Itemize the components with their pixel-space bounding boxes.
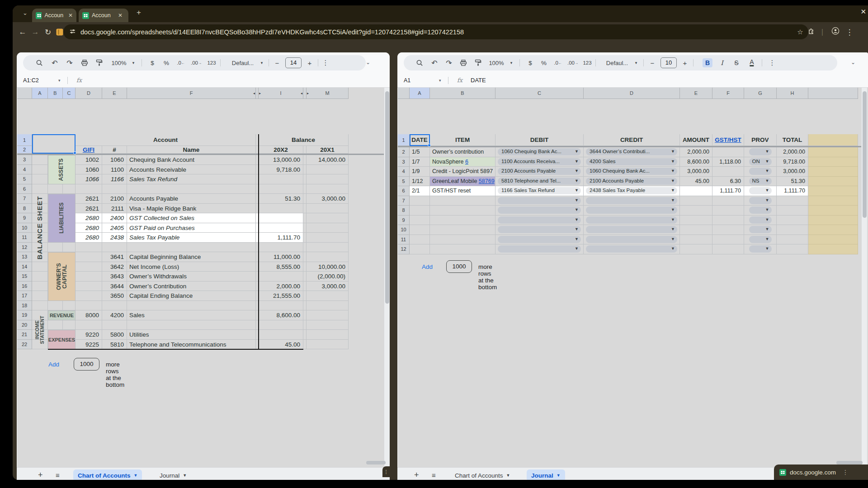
cell-20x1-value[interactable] (307, 213, 349, 223)
column-header-A[interactable]: A (32, 88, 48, 99)
cell-amount[interactable]: 8,600.00 (680, 157, 712, 167)
tan-column-cell[interactable] (808, 244, 858, 254)
format-percent-button[interactable]: % (541, 60, 547, 66)
cell-20x2-value[interactable] (259, 243, 303, 253)
cell-total[interactable]: 3,000.00 (777, 167, 808, 177)
row-header-19[interactable]: 19 (17, 310, 32, 320)
stub[interactable] (303, 204, 307, 214)
toolbar-more-icon[interactable]: ⋮ (322, 59, 329, 67)
all-sheets-icon[interactable]: ≡ (432, 468, 436, 480)
debit-dropdown[interactable]: 2100 Accounts Payable▼ (498, 168, 581, 175)
back-icon[interactable]: ← (19, 28, 27, 37)
cell-date[interactable] (410, 244, 430, 254)
row-header-22[interactable]: 22 (17, 340, 32, 350)
row-header-12[interactable]: 12 (17, 243, 32, 253)
cell-20x2-value[interactable] (259, 272, 303, 282)
reload-icon[interactable]: ↻ (45, 27, 51, 37)
row-header-7[interactable]: 7 (398, 196, 410, 206)
browser-tab-1[interactable]: Accoun ✕ (32, 9, 76, 22)
cell-20x1-value[interactable]: 14,000.00 (307, 155, 349, 165)
font-size-decrease-button[interactable]: − (275, 59, 279, 67)
cell-20x1-value[interactable]: 10,000.00 (307, 262, 349, 272)
tab-search-icon[interactable]: ⌄ (23, 9, 28, 16)
left-horizontal-scrollbar[interactable] (366, 461, 386, 465)
cell-total[interactable] (777, 235, 808, 245)
cell-account-name[interactable]: Sales Tax Payable (127, 233, 256, 243)
cell-20x2-value[interactable]: 8,600.00 (259, 310, 303, 320)
cell-account-name[interactable] (127, 320, 256, 330)
redo-icon[interactable]: ↷ (446, 59, 452, 67)
cell-account-number[interactable]: 3641 (102, 252, 127, 262)
cell-credit[interactable]: ▼ (584, 244, 680, 254)
cell-gst[interactable] (712, 196, 744, 206)
cell-debit[interactable]: 5810 Telephone and Tel...▼ (495, 177, 584, 187)
cell-20x1-value[interactable] (307, 223, 349, 233)
cell-debit[interactable]: 1100 Accounts Receiva...▼ (495, 157, 584, 167)
sheet-tab-journal[interactable]: Journal▼ (527, 469, 565, 480)
cell-credit[interactable]: 2100 Accounts Payable▼ (584, 177, 680, 187)
row-header-9[interactable]: 9 (17, 213, 32, 223)
header-name[interactable]: Name (127, 146, 256, 154)
cell-20x1-value[interactable] (307, 252, 349, 262)
cell-20x1-value[interactable]: 3,000.00 (307, 194, 349, 204)
fill-handle[interactable] (73, 151, 76, 155)
increase-decimals-button[interactable]: .00→ (191, 60, 202, 66)
cell-prov[interactable]: NS▼ (744, 177, 777, 187)
cell-20x2-value[interactable] (259, 330, 303, 340)
cell-gifi[interactable]: 1060 (75, 165, 102, 175)
paint-format-icon[interactable] (475, 60, 481, 66)
add-sheet-icon[interactable]: + (414, 468, 419, 480)
redo-icon[interactable]: ↷ (66, 59, 72, 67)
cell-20x1-value[interactable] (307, 310, 349, 320)
row-header-10[interactable]: 10 (398, 225, 410, 235)
cell-date[interactable] (410, 216, 430, 225)
stub[interactable] (303, 262, 307, 272)
stub[interactable] (303, 272, 307, 282)
cell-20x1-value[interactable]: (2,000.00) (307, 272, 349, 282)
bookmark-star-icon[interactable]: ☆ (797, 28, 803, 36)
cell-amount[interactable] (680, 206, 712, 216)
cell-item[interactable]: GreenLeaf Mobile 58769 (430, 177, 495, 187)
header-credit[interactable]: CREDIT (584, 134, 680, 146)
stub[interactable] (303, 330, 307, 340)
new-tab-button[interactable]: + (137, 8, 141, 17)
header-gsthst[interactable]: GST/HST (712, 134, 744, 146)
prov-dropdown[interactable]: ▼ (749, 187, 772, 194)
column-header-stub[interactable] (398, 88, 410, 99)
credit-dropdown[interactable]: 4200 Sales▼ (586, 158, 677, 165)
header-item[interactable]: ITEM (430, 134, 495, 146)
add-sheet-icon[interactable]: + (38, 468, 43, 480)
cell-gifi[interactable]: 1002 (75, 155, 102, 165)
cell-credit[interactable]: 4200 Sales▼ (584, 157, 680, 167)
cell-20x2-value[interactable] (259, 320, 303, 330)
cell-account-name[interactable]: Sales (127, 310, 256, 320)
cell-total[interactable] (777, 206, 808, 216)
credit-dropdown[interactable]: ▼ (586, 236, 677, 243)
cell-amount[interactable] (680, 196, 712, 206)
cell-account-name[interactable]: GST Collected on Sales (127, 213, 256, 223)
debit-dropdown[interactable]: ▼ (498, 236, 581, 243)
cell-20x1-value[interactable] (307, 301, 349, 311)
cell-gifi[interactable]: 2621 (75, 204, 102, 214)
tan-column-cell[interactable] (808, 147, 858, 157)
cell-20x2-value[interactable]: 21,555.00 (259, 291, 303, 301)
debit-dropdown[interactable]: ▼ (498, 206, 581, 214)
header-20x1[interactable]: 20X1 (307, 146, 349, 154)
sheet-tab-arrow-icon[interactable]: ▼ (557, 473, 561, 478)
stub[interactable] (303, 301, 307, 311)
hidden-cols-icon[interactable]: ▸ (307, 88, 309, 99)
cell-account-number[interactable] (102, 243, 127, 253)
cell-item[interactable]: NovaSphere 6 (430, 157, 495, 167)
cell-debit[interactable]: ▼ (495, 206, 584, 216)
cell-gifi[interactable] (75, 282, 102, 291)
cell-20x1-value[interactable] (307, 291, 349, 301)
zoom-arrow-icon[interactable]: ▾ (510, 61, 513, 65)
cell-date[interactable]: 1/7 (410, 157, 430, 167)
font-select[interactable]: Defaul... (232, 60, 254, 66)
cell-20x2-value[interactable] (259, 184, 303, 194)
debit-dropdown[interactable]: 1100 Accounts Receiva...▼ (498, 158, 581, 165)
credit-dropdown[interactable]: ▼ (586, 197, 677, 204)
stub[interactable] (303, 165, 307, 175)
credit-dropdown[interactable]: ▼ (586, 245, 677, 253)
name-box[interactable]: A1 (404, 73, 410, 88)
